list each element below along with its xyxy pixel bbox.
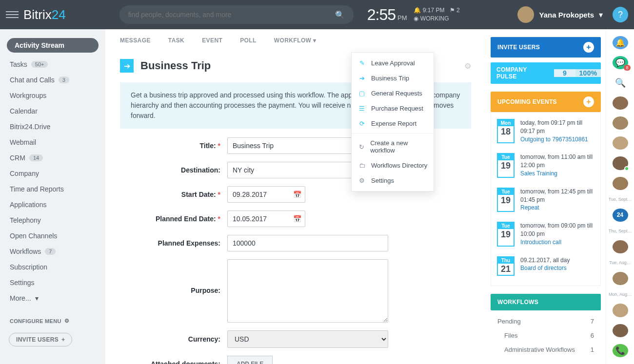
main-content: MESSAGETASKEVENTPOLLWORKFLOW▾ ✎Leave App… [105, 29, 486, 364]
sidebar-item-settings[interactable]: Settings [0, 275, 105, 290]
contact-avatar[interactable] [613, 177, 628, 190]
workflow-option-settings[interactable]: ⚙Settings [352, 173, 434, 188]
sidebar-item-tasks[interactable]: Tasks50+ [0, 57, 105, 72]
logo[interactable]: Bitrix24 [23, 7, 66, 22]
rail-timestamp: Thu, Sept… [606, 229, 634, 233]
avatar [517, 6, 534, 23]
invite-users-card[interactable]: INVITE USERS + [491, 37, 601, 57]
sidebar-item-workflows[interactable]: Workflows7 [0, 244, 105, 259]
end-date-label: Planned End Date: * [120, 215, 227, 223]
start-date-input[interactable] [227, 186, 305, 203]
sidebar-item-time-and-reports[interactable]: Time and Reports [0, 181, 105, 197]
currency-select[interactable]: USD [227, 330, 388, 348]
workflow-option-leave-approval[interactable]: ✎Leave Approval [352, 56, 434, 71]
messages-icon[interactable]: 💬8 [613, 56, 628, 69]
tab-workflow[interactable]: WORKFLOW▾ [274, 37, 317, 44]
right-column: INVITE USERS + COMPANY PULSE 9 100% UPCO… [486, 29, 606, 364]
sidebar-item-crm[interactable]: CRM14 [0, 150, 105, 166]
bell-icon: 🔔 9:17 PM [414, 6, 444, 15]
workflow-row[interactable]: Administrative Workflows1 [497, 343, 594, 357]
right-rail: 🔔 💬8 🔍 Tue, Sept… 24 Thu, Sept… Tue, Aug… [606, 29, 634, 364]
attachments-label: Attached documents: [120, 360, 227, 364]
sidebar-item-chat-and-calls[interactable]: Chat and Calls3 [0, 72, 105, 88]
upcoming-events-header: UPCOMING EVENTS + [491, 92, 601, 112]
sidebar-item-open-channels[interactable]: Open Channels [0, 228, 105, 244]
contact-avatar[interactable] [613, 96, 628, 110]
date-box: Thu21 [497, 256, 515, 276]
tab-task[interactable]: TASK [168, 37, 184, 44]
bitrix24-icon[interactable]: 24 [613, 209, 628, 222]
tab-message[interactable]: MESSAGE [120, 37, 151, 44]
contact-avatar[interactable] [613, 324, 628, 337]
configure-menu[interactable]: CONFIGURE MENU ⚙ [0, 312, 105, 330]
notifications-icon[interactable]: 🔔 [613, 36, 628, 49]
contact-avatar[interactable] [613, 156, 628, 170]
expenses-label: Planned Expenses: [120, 239, 227, 247]
search-icon[interactable]: 🔍 [335, 10, 345, 19]
end-date-input[interactable] [227, 211, 305, 227]
event-item[interactable]: Mon18today, from 09:17 pm till 09:17 pmO… [491, 114, 600, 148]
workflow-row[interactable]: Pending7 [497, 314, 594, 328]
feed-tabs: MESSAGETASKEVENTPOLLWORKFLOW▾ [105, 29, 486, 50]
purpose-textarea[interactable] [227, 259, 388, 323]
contact-avatar[interactable] [613, 240, 628, 253]
add-file-button[interactable]: ADD FILE [227, 356, 273, 364]
tab-poll[interactable]: POLL [240, 37, 257, 44]
sidebar-item-more-[interactable]: More... ▾ [0, 290, 105, 306]
sidebar-item-calendar[interactable]: Calendar [0, 103, 105, 119]
contact-avatar[interactable] [613, 116, 628, 130]
call-icon[interactable]: 📞 [613, 344, 628, 357]
plus-icon: + [61, 336, 65, 343]
title-label: Title: * [120, 142, 227, 150]
workflow-option-purchase-request[interactable]: ☰Purchase Request [352, 101, 434, 116]
search-input[interactable] [128, 11, 335, 19]
rail-timestamp: Mon, Aug… [606, 292, 634, 297]
workflow-option-business-trip[interactable]: ➔Business Trip [352, 71, 434, 86]
events-list: Mon18today, from 09:17 pm till 09:17 pmO… [491, 112, 601, 286]
event-item[interactable]: Tue19tomorrow, from 11:00 am till 12:00 … [491, 148, 600, 182]
event-item[interactable]: Thu2109.21.2017, all dayBoard of directo… [491, 251, 600, 281]
plus-icon[interactable]: + [583, 96, 594, 107]
event-item[interactable]: Tue19tomorrow, from 09:00 pm till 10:00 … [491, 217, 600, 251]
search-icon[interactable]: 🔍 [613, 76, 628, 89]
flag-icon: ⚑ 2 [450, 6, 460, 15]
topbar: Bitrix24 🔍 2:55 PM 🔔 9:17 PM ⚑ 2 ◉ WORKI… [0, 0, 634, 29]
sidebar-item-applications[interactable]: Applications [0, 197, 105, 212]
user-menu[interactable]: Yana Prokopets ▾ [517, 6, 603, 23]
start-date-label: Start Date: * [120, 191, 227, 198]
contact-avatar[interactable] [613, 304, 628, 317]
plus-icon[interactable]: + [583, 42, 594, 53]
title-input[interactable] [227, 137, 354, 154]
contact-avatar[interactable] [613, 136, 628, 150]
chevron-down-icon: ▾ [599, 10, 603, 19]
menu-toggle-icon[interactable] [6, 8, 19, 21]
gear-icon[interactable]: ⚙ [464, 61, 471, 71]
sidebar-item-activity-stream[interactable]: Activity Stream [7, 38, 99, 53]
user-name: Yana Prokopets [539, 11, 594, 19]
chevron-down-icon: ▾ [313, 37, 316, 44]
rail-timestamp: Tue, Aug… [606, 260, 634, 265]
help-button[interactable]: ? [613, 7, 628, 22]
company-pulse-card[interactable]: COMPANY PULSE 9 100% [491, 62, 601, 84]
contact-avatar[interactable] [613, 272, 628, 285]
invite-users-button[interactable]: INVITE USERS + [9, 333, 72, 346]
destination-label: Destination: [120, 166, 227, 174]
purpose-label: Purpose: [120, 259, 227, 294]
rail-timestamp: Tue, Sept… [606, 197, 634, 202]
sidebar-item-workgroups[interactable]: Workgroups [0, 88, 105, 103]
workflow-option-workflows-directory[interactable]: 🗀Workflows Directory [352, 158, 434, 173]
page-title: Business Trip [140, 59, 211, 72]
sidebar-item-company[interactable]: Company [0, 166, 105, 181]
tab-event[interactable]: EVENT [202, 37, 222, 44]
workflow-row[interactable]: Files6 [497, 328, 594, 343]
workflow-option-general-requests[interactable]: ▢General Requests [352, 86, 434, 101]
sidebar-item-bitrix24-drive[interactable]: Bitrix24.Drive [0, 119, 105, 134]
event-item[interactable]: Tue19tomorrow, from 12:45 pm till 01:45 … [491, 183, 600, 217]
workflow-option-create-a-new-workflow[interactable]: ↻Create a new workflow [352, 135, 434, 158]
workflow-option-expense-report[interactable]: ⟳Expense Report [352, 116, 434, 131]
sidebar-item-telephony[interactable]: Telephony [0, 212, 105, 228]
sidebar-item-subscription[interactable]: Subscription [0, 259, 105, 275]
expenses-input[interactable] [227, 235, 388, 251]
global-search[interactable]: 🔍 [119, 5, 354, 24]
sidebar-item-webmail[interactable]: Webmail [0, 134, 105, 150]
